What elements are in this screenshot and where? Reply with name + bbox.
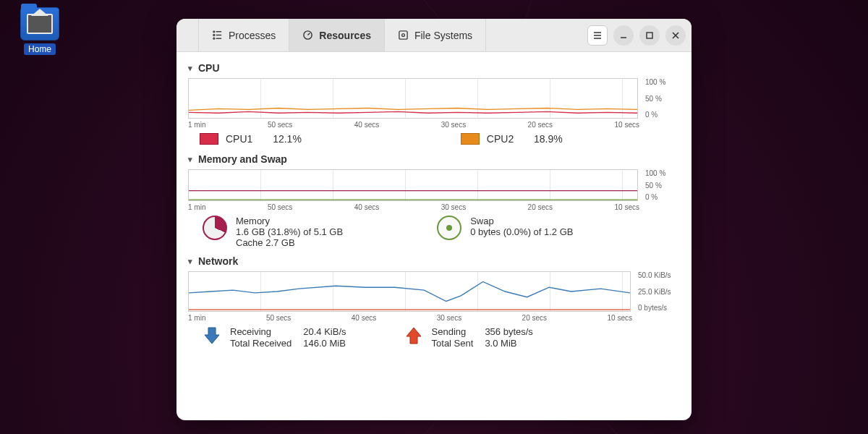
svg-point-0	[213, 31, 215, 33]
folder-icon	[20, 7, 59, 41]
network-receiving[interactable]: Receiving 20.4 KiB/s Total Received 146.…	[203, 326, 346, 349]
hamburger-icon	[593, 31, 602, 40]
svg-point-2	[213, 35, 215, 36]
cpu-legend: CPU1 12.1% CPU2 18.9%	[200, 133, 680, 145]
svg-line-15	[673, 33, 678, 38]
hamburger-menu-button[interactable]	[587, 25, 608, 46]
network-sending[interactable]: Sending 356 bytes/s Total Sent 3.0 MiB	[404, 326, 533, 349]
svg-rect-8	[399, 31, 407, 39]
swap-pie-icon	[437, 216, 461, 240]
swatch-cpu2	[461, 133, 480, 145]
desktop-icon-home[interactable]: Home	[16, 7, 64, 55]
arrow-down-icon	[203, 326, 221, 345]
window-controls	[587, 25, 686, 46]
network-summary: Receiving 20.4 KiB/s Total Received 146.…	[203, 326, 680, 349]
section-title: Network	[198, 255, 238, 267]
legend-cpu2[interactable]: CPU2 18.9%	[461, 133, 563, 145]
section-title: CPU	[198, 62, 220, 74]
minimize-icon	[619, 31, 628, 40]
arrow-up-icon	[404, 326, 423, 345]
section-title: Memory and Swap	[198, 153, 287, 165]
close-button[interactable]	[665, 25, 686, 46]
section-toggle-memory[interactable]: ▾ Memory and Swap	[188, 153, 680, 165]
swap-item[interactable]: Swap 0 bytes (0.0%) of 1.2 GB	[437, 216, 573, 248]
content-area: ▾ CPU 100 %50 %0 % 1 min50 secs40 secs30…	[176, 52, 692, 420]
memory-yaxis: 100 %50 %0 %	[642, 169, 680, 201]
svg-line-7	[308, 33, 310, 35]
tab-label: Processes	[229, 30, 276, 41]
titlebar: Processes Resources File Systems	[176, 19, 692, 52]
svg-point-4	[213, 38, 215, 39]
chevron-down-icon: ▾	[188, 155, 192, 164]
desktop-icon-label: Home	[24, 43, 56, 55]
swatch-cpu1	[200, 133, 218, 145]
tab-processes[interactable]: Processes	[198, 19, 289, 51]
legend-cpu1[interactable]: CPU1 12.1%	[200, 133, 302, 145]
svg-rect-14	[647, 33, 652, 38]
close-icon	[671, 31, 680, 40]
memory-xaxis: 1 min50 secs40 secs30 secs20 secs10 secs	[188, 203, 680, 211]
svg-marker-21	[407, 328, 421, 344]
view-tabs: Processes Resources File Systems	[198, 19, 486, 51]
system-monitor-window: Processes Resources File Systems	[176, 19, 692, 420]
maximize-button[interactable]	[639, 25, 660, 46]
section-toggle-cpu[interactable]: ▾ CPU	[188, 62, 680, 74]
cpu-chart	[188, 78, 638, 119]
list-icon	[212, 30, 223, 41]
tab-filesystems[interactable]: File Systems	[385, 19, 486, 51]
chevron-down-icon: ▾	[188, 64, 192, 73]
svg-point-9	[402, 34, 405, 37]
memory-summary: Memory 1.6 GB (31.8%) of 5.1 GB Cache 2.…	[203, 216, 680, 248]
cpu-xaxis: 1 min50 secs40 secs30 secs20 secs10 secs	[188, 121, 680, 129]
memory-pie-icon	[203, 216, 227, 240]
disk-icon	[398, 30, 409, 41]
chevron-down-icon: ▾	[188, 257, 192, 266]
network-chart	[188, 271, 631, 312]
svg-line-16	[673, 33, 678, 38]
tab-resources[interactable]: Resources	[289, 19, 385, 51]
minimize-button[interactable]	[613, 25, 634, 46]
maximize-icon	[645, 31, 654, 40]
network-xaxis: 1 min50 secs40 secs30 secs20 secs10 secs	[188, 314, 680, 322]
tab-label: File Systems	[414, 30, 472, 41]
svg-marker-20	[205, 328, 219, 344]
network-yaxis: 50.0 KiB/s25.0 KiB/s0 bytes/s	[635, 271, 680, 312]
memory-item[interactable]: Memory 1.6 GB (31.8%) of 5.1 GB Cache 2.…	[203, 216, 343, 248]
tab-label: Resources	[319, 30, 371, 41]
gauge-icon	[302, 30, 313, 41]
section-toggle-network[interactable]: ▾ Network	[188, 255, 680, 267]
cpu-yaxis: 100 %50 %0 %	[642, 78, 680, 119]
memory-chart	[188, 169, 638, 201]
